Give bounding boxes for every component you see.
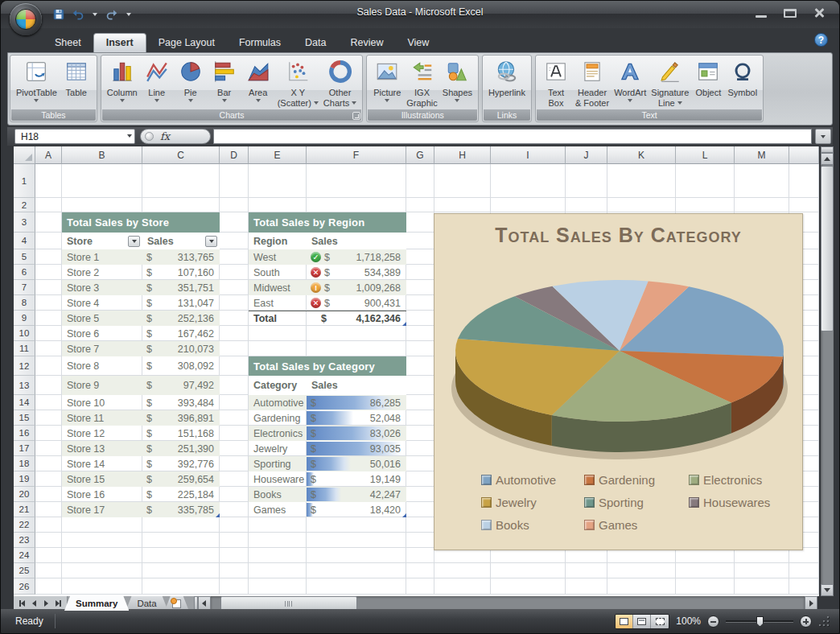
zoom-out-icon[interactable] [707,615,719,628]
column-header-B[interactable]: B [62,146,142,164]
column-header-M[interactable]: M [735,146,789,164]
sales-cell[interactable]: !$1,009,268 [307,280,406,295]
help-icon[interactable]: ? [814,33,828,47]
sales-cell[interactable]: $396,891 [142,410,220,426]
row-header-3[interactable]: 3 [14,212,35,233]
sales-cell[interactable]: $392,776 [142,456,220,471]
undo-button[interactable] [70,6,86,23]
store-name-cell[interactable]: Store 15 [62,471,142,487]
cell[interactable] [62,533,142,548]
cell[interactable] [220,563,249,578]
category-name-cell[interactable]: Electronics [249,426,307,441]
save-button[interactable] [51,6,67,23]
cell[interactable] [249,341,307,356]
table-button[interactable]: Table [60,58,93,100]
cell[interactable] [35,295,62,311]
resize-grip[interactable] [818,615,830,627]
legend-item-automotive[interactable]: Automotive [481,473,556,487]
cell[interactable] [220,341,249,356]
cell[interactable] [434,164,491,198]
cell[interactable] [220,280,249,295]
cell[interactable] [406,198,434,212]
sales-cell[interactable]: ✕$534,389 [307,265,406,280]
cell[interactable] [607,563,676,578]
column-header-J[interactable]: J [566,146,607,164]
undo-dropdown-icon[interactable] [89,6,101,23]
cell[interactable] [220,410,249,426]
sales-cell[interactable]: $131,047 [142,295,220,311]
cell[interactable] [35,280,62,295]
cell[interactable] [406,164,434,198]
legend-item-gardening[interactable]: Gardening [584,473,655,487]
table-row[interactable]: Store 11$396,891 [62,410,220,426]
sales-cell[interactable]: $50,016 [307,456,406,471]
category-name-cell[interactable]: Automotive [249,395,307,410]
prev-sheet-icon[interactable] [29,599,39,609]
row-header-1[interactable]: 1 [14,164,35,198]
category-name-cell[interactable]: Gardening [249,410,307,426]
row-header-25[interactable]: 25 [14,563,35,578]
cell[interactable] [35,502,62,517]
cell[interactable] [220,487,249,502]
cell[interactable] [35,233,62,249]
cell[interactable] [406,471,434,487]
cell[interactable] [35,548,62,563]
ribbon-tab-insert[interactable]: Insert [93,33,146,52]
cell[interactable] [307,563,406,578]
cell[interactable] [142,563,220,578]
filter-dropdown-icon[interactable] [205,236,217,247]
row-header-19[interactable]: 19 [14,471,35,487]
sales-cell[interactable]: $351,751 [142,280,220,295]
cell[interactable] [35,164,62,198]
cell[interactable] [566,164,607,198]
store-name-cell[interactable]: Store 6 [62,326,142,341]
pivottable-button[interactable]: PivotTable [14,58,60,105]
cell[interactable] [676,578,735,595]
x-y-scatter--button[interactable]: X Y(Scatter) [275,58,321,110]
row-header-8[interactable]: 8 [14,295,35,311]
cell[interactable] [307,517,406,533]
table-row[interactable]: Midwest!$1,009,268 [249,280,406,295]
sales-cell[interactable]: $52,048 [307,410,406,426]
ribbon-tab-review[interactable]: Review [338,34,395,52]
cell[interactable] [35,517,62,533]
cell[interactable] [249,326,307,341]
cell[interactable] [566,563,607,578]
cell[interactable] [62,164,142,198]
line-button[interactable]: Line [140,58,174,105]
store-name-cell[interactable]: Store 2 [62,265,142,280]
sales-column-header[interactable]: Sales [142,236,220,247]
sales-cell[interactable]: $19,149 [307,471,406,487]
sales-cell[interactable]: $225,184 [142,487,220,502]
cell[interactable] [789,563,819,578]
row-header-23[interactable]: 23 [14,533,35,548]
store-column-header[interactable]: Store [62,236,142,247]
cell[interactable] [220,426,249,441]
sales-cell[interactable]: $259,654 [142,471,220,487]
cell[interactable] [406,441,434,456]
cell[interactable] [35,326,62,341]
cell[interactable] [406,295,434,311]
scroll-up-icon[interactable] [821,153,834,165]
formula-input[interactable] [213,129,812,144]
cell[interactable] [406,426,434,441]
signature-line-button[interactable]: SignatureLine [649,58,691,110]
cell[interactable] [249,533,307,548]
cell[interactable] [789,164,819,198]
sales-cell[interactable]: $251,390 [142,441,220,456]
cell[interactable] [62,548,142,563]
cell[interactable] [566,578,607,595]
formula-bar-expand-icon[interactable] [815,129,831,144]
cell[interactable] [220,395,249,410]
legend-item-electronics[interactable]: Electronics [689,473,762,487]
table-row[interactable]: Games$18,420 [249,502,406,517]
text-box-button[interactable]: TextBox [539,58,573,110]
cell[interactable] [35,249,62,265]
zoom-slider[interactable] [726,620,793,623]
sales-cell[interactable]: $18,420 [307,502,406,517]
category-name-cell[interactable]: Sporting [249,456,307,471]
store-name-cell[interactable]: Store 12 [62,426,142,441]
cell[interactable] [676,198,735,212]
cell[interactable] [406,356,434,376]
cell[interactable] [249,517,307,533]
